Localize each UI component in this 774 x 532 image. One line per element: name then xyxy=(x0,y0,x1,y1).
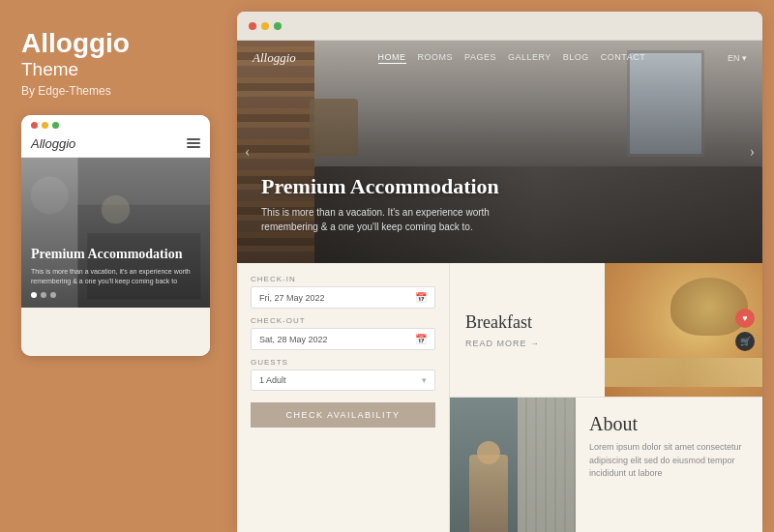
slide-dot-2 xyxy=(41,292,46,298)
guests-select[interactable]: 1 Adult ▾ xyxy=(251,369,435,391)
wall-texture xyxy=(518,398,576,532)
mockup-bottom xyxy=(21,308,210,356)
hero-next-arrow[interactable]: › xyxy=(750,143,755,161)
cart-icon[interactable]: 🛒 xyxy=(735,332,755,351)
breakfast-photo: ♥ 🛒 xyxy=(605,263,762,397)
calendar-icon: 📅 xyxy=(415,292,427,303)
mockup-slide-dots xyxy=(31,292,200,298)
checkout-input[interactable]: Sat, 28 May 2022 📅 xyxy=(251,328,435,350)
hamburger-icon[interactable] xyxy=(187,138,200,148)
nav-link-blog[interactable]: BLOG xyxy=(563,52,589,64)
theme-subtitle: Theme xyxy=(21,59,216,80)
checkout-label: CHECK-OUT xyxy=(251,316,435,325)
mockup-dot-yellow xyxy=(42,122,48,129)
icons-overlay: ♥ 🛒 xyxy=(735,309,755,351)
calendar-icon-2: 📅 xyxy=(415,334,427,344)
slide-dot-3 xyxy=(50,292,56,298)
mockup-dot-red xyxy=(31,122,38,129)
about-photo xyxy=(450,398,576,532)
language-selector[interactable]: EN ▾ xyxy=(728,53,747,63)
nav-link-gallery[interactable]: GALLERY xyxy=(508,52,551,64)
breakfast-info: Breakfast READ MORE xyxy=(450,263,605,397)
chevron-down-icon: ▾ xyxy=(422,375,427,385)
breakfast-read-more[interactable]: READ MORE xyxy=(465,339,589,348)
guests-label: GUESTS xyxy=(251,358,435,367)
checkin-input[interactable]: Fri, 27 May 2022 📅 xyxy=(251,286,435,309)
nav-link-contact[interactable]: CONTACT xyxy=(601,52,645,64)
theme-author: By Edge-Themes xyxy=(21,84,216,98)
mockup-hero-title: Premium Accommodation xyxy=(31,247,200,263)
about-info: About Lorem ipsum dolor sit amet consect… xyxy=(576,398,762,532)
mobile-mockup: Alloggio Premium Accommodation This is m… xyxy=(21,115,210,356)
favorite-icon[interactable]: ♥ xyxy=(735,309,755,328)
mockup-hero: Premium Accommodation This is more than … xyxy=(21,158,210,308)
browser-chrome xyxy=(237,12,762,41)
hero-description: This is more than a vacation. It's an ex… xyxy=(261,205,493,234)
feature-area: Breakfast READ MORE ♥ 🛒 xyxy=(450,263,762,532)
nav-link-rooms[interactable]: ROOMS xyxy=(418,52,454,64)
site-nav: Alloggio HOME ROOMS PAGES GALLERY BLOG C… xyxy=(237,41,762,75)
nav-link-home[interactable]: HOME xyxy=(378,52,406,64)
mockup-browser-nav: Alloggio xyxy=(21,133,210,158)
booking-form: CHECK-IN Fri, 27 May 2022 📅 CHECK-OUT Sa… xyxy=(237,263,450,532)
mockup-hero-text: This is more than a vacation, it's an ex… xyxy=(31,267,200,286)
nav-links: HOME ROOMS PAGES GALLERY BLOG CONTACT xyxy=(378,52,646,64)
site-bottom: CHECK-IN Fri, 27 May 2022 📅 CHECK-OUT Sa… xyxy=(237,263,762,532)
browser-dot-red xyxy=(249,22,256,30)
hero-prev-arrow[interactable]: ‹ xyxy=(245,143,250,161)
mockup-dot-green xyxy=(52,122,59,129)
person-figure xyxy=(469,455,508,532)
food-tray xyxy=(605,358,762,387)
check-availability-button[interactable]: CHECK AVAILABILITY xyxy=(251,402,435,428)
browser-window: Alloggio HOME ROOMS PAGES GALLERY BLOG C… xyxy=(237,12,762,532)
breakfast-title: Breakfast xyxy=(465,312,589,333)
about-title: About xyxy=(589,413,749,435)
browser-dot-green xyxy=(274,22,282,30)
checkin-label: CHECK-IN xyxy=(251,275,435,283)
about-text: Lorem ipsum dolor sit amet consectetur a… xyxy=(589,441,749,481)
person-head xyxy=(477,441,500,464)
breakfast-card: Breakfast READ MORE ♥ 🛒 xyxy=(450,263,762,398)
mockup-topbar xyxy=(21,115,210,133)
theme-title: Alloggio xyxy=(21,29,216,59)
slide-dot-1 xyxy=(31,292,37,298)
about-section: About Lorem ipsum dolor sit amet consect… xyxy=(450,398,762,532)
site-hero: Alloggio HOME ROOMS PAGES GALLERY BLOG C… xyxy=(237,41,762,263)
mockup-logo: Alloggio xyxy=(31,136,75,151)
browser-dot-yellow xyxy=(261,22,269,30)
site-logo: Alloggio xyxy=(253,50,296,66)
hero-title: Premium Accommodation xyxy=(261,174,499,199)
nav-link-pages[interactable]: PAGES xyxy=(464,52,496,64)
left-panel: Alloggio Theme By Edge-Themes Alloggio P… xyxy=(0,0,237,532)
browser-content: Alloggio HOME ROOMS PAGES GALLERY BLOG C… xyxy=(237,41,762,532)
hero-content: Premium Accommodation This is more than … xyxy=(261,174,499,234)
